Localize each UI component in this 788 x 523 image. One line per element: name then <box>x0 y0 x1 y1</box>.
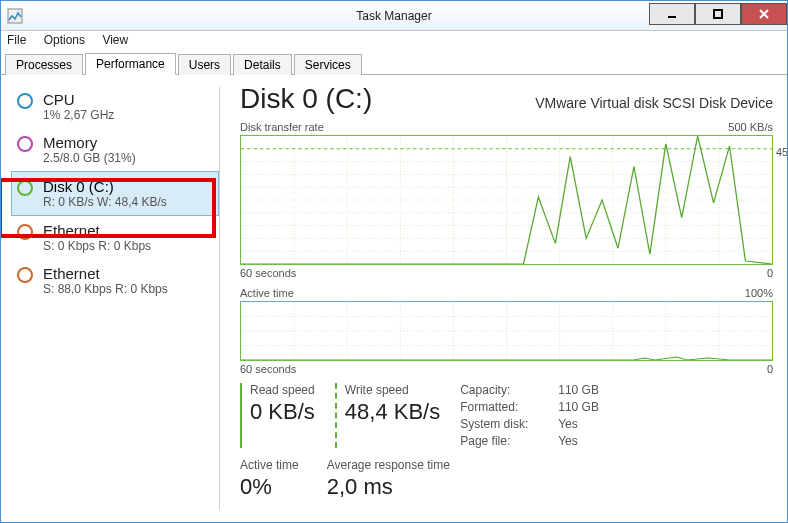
sidebar: CPU1% 2,67 GHz Memory2.5/8.0 GB (31%) Di… <box>1 75 219 522</box>
write-speed-value: 48,4 KB/s <box>345 399 440 425</box>
disk-icon <box>17 180 33 196</box>
write-speed-label: Write speed <box>345 383 440 397</box>
active-x-left: 60 seconds <box>240 363 296 375</box>
pagefile-label: Page file: <box>460 434 550 448</box>
sidebar-eth1-sub: S: 0 Kbps R: 0 Kbps <box>43 239 151 253</box>
sidebar-eth2-sub: S: 88,0 Kbps R: 0 Kbps <box>43 282 168 296</box>
sidebar-item-ethernet2[interactable]: EthernetS: 88,0 Kbps R: 0 Kbps <box>13 259 219 302</box>
active-label: Active time <box>240 287 294 299</box>
sidebar-item-ethernet1[interactable]: EthernetS: 0 Kbps R: 0 Kbps <box>13 216 219 259</box>
sidebar-eth2-title: Ethernet <box>43 265 168 282</box>
sidebar-cpu-sub: 1% 2,67 GHz <box>43 108 114 122</box>
capacity-label: Capacity: <box>460 383 550 397</box>
avg-resp-label: Average response time <box>327 458 450 472</box>
sidebar-item-memory[interactable]: Memory2.5/8.0 GB (31%) <box>13 128 219 171</box>
menu-file[interactable]: File <box>7 33 26 47</box>
transfer-marker: 450 KB/s <box>776 146 787 158</box>
main-panel: Disk 0 (C:) VMware Virtual disk SCSI Dis… <box>220 75 787 522</box>
device-name: VMware Virtual disk SCSI Disk Device <box>535 95 773 111</box>
svg-rect-2 <box>714 10 722 18</box>
titlebar: Task Manager <box>1 1 787 31</box>
transfer-chart: 450 KB/s <box>240 135 773 265</box>
cpu-icon <box>17 93 33 109</box>
maximize-button[interactable] <box>695 3 741 25</box>
app-icon <box>7 8 23 24</box>
content: CPU1% 2,67 GHz Memory2.5/8.0 GB (31%) Di… <box>1 75 787 522</box>
read-speed-label: Read speed <box>250 383 315 397</box>
page-title: Disk 0 (C:) <box>240 83 372 115</box>
sidebar-memory-sub: 2.5/8.0 GB (31%) <box>43 151 136 165</box>
tab-details[interactable]: Details <box>233 54 292 75</box>
formatted-label: Formatted: <box>460 400 550 414</box>
active-time-label: Active time <box>240 458 299 472</box>
menubar: File Options View <box>1 31 787 51</box>
disk-properties: Capacity:110 GB Formatted:110 GB System … <box>460 383 599 448</box>
capacity-value: 110 GB <box>558 383 599 397</box>
tab-processes[interactable]: Processes <box>5 54 83 75</box>
active-chart <box>240 301 773 361</box>
avg-resp-value: 2,0 ms <box>327 474 450 500</box>
sidebar-memory-title: Memory <box>43 134 136 151</box>
tab-services[interactable]: Services <box>294 54 362 75</box>
active-max: 100% <box>745 287 773 299</box>
stats-row: Read speed 0 KB/s Write speed 48,4 KB/s … <box>240 383 773 448</box>
sidebar-disk-title: Disk 0 (C:) <box>43 178 167 195</box>
tab-users[interactable]: Users <box>178 54 231 75</box>
sysdisk-value: Yes <box>558 417 599 431</box>
transfer-label: Disk transfer rate <box>240 121 324 133</box>
menu-options[interactable]: Options <box>44 33 85 47</box>
sidebar-item-disk[interactable]: Disk 0 (C:)R: 0 KB/s W: 48,4 KB/s <box>11 171 219 216</box>
tab-strip: Processes Performance Users Details Serv… <box>1 51 787 75</box>
active-x-right: 0 <box>767 363 773 375</box>
read-speed-value: 0 KB/s <box>250 399 315 425</box>
memory-icon <box>17 136 33 152</box>
active-time-value: 0% <box>240 474 299 500</box>
transfer-max: 500 KB/s <box>728 121 773 133</box>
ethernet-icon <box>17 224 33 240</box>
minimize-button[interactable] <box>649 3 695 25</box>
ethernet-icon <box>17 267 33 283</box>
menu-view[interactable]: View <box>102 33 128 47</box>
pagefile-value: Yes <box>558 434 599 448</box>
tab-performance[interactable]: Performance <box>85 53 176 75</box>
sidebar-disk-sub: R: 0 KB/s W: 48,4 KB/s <box>43 195 167 209</box>
formatted-value: 110 GB <box>558 400 599 414</box>
window-buttons <box>649 3 787 25</box>
sidebar-cpu-title: CPU <box>43 91 114 108</box>
transfer-x-right: 0 <box>767 267 773 279</box>
sidebar-item-cpu[interactable]: CPU1% 2,67 GHz <box>13 85 219 128</box>
sidebar-eth1-title: Ethernet <box>43 222 151 239</box>
close-button[interactable] <box>741 3 787 25</box>
transfer-x-left: 60 seconds <box>240 267 296 279</box>
sysdisk-label: System disk: <box>460 417 550 431</box>
